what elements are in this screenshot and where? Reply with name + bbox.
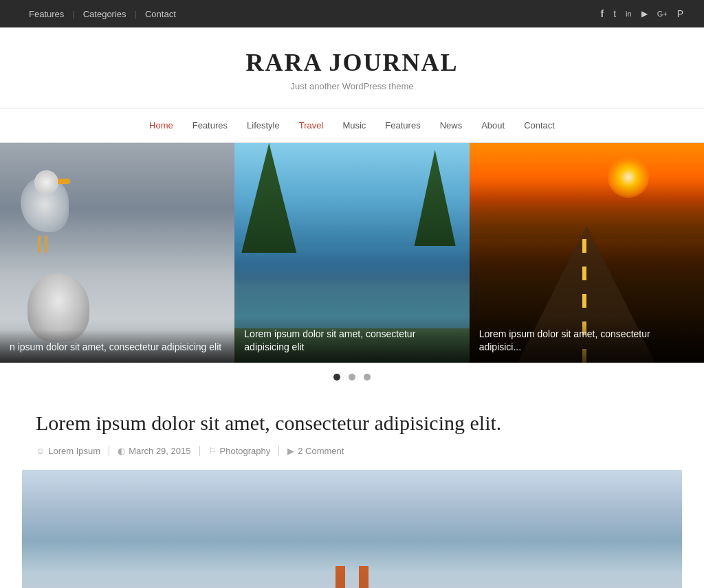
author-icon: ☺: [36, 446, 45, 456]
nav-lifestyle[interactable]: Lifestyle: [237, 109, 289, 143]
nav-home[interactable]: Home: [140, 109, 183, 143]
post-section: Lorem ipsum dolor sit amet, consectetur …: [22, 389, 682, 470]
site-title: RARA JOURNAL: [14, 48, 690, 77]
featured-image: [22, 470, 682, 588]
googleplus-link[interactable]: G+: [657, 10, 668, 18]
main-nav: Home Features Lifestyle Travel Music Fea…: [0, 109, 704, 143]
post-date-item: ◐ March 29, 2015: [109, 446, 199, 456]
slide-2-text: Lorem ipsum dolor sit amet, consectetur …: [244, 328, 459, 354]
dot-3[interactable]: [364, 374, 371, 381]
dot-1[interactable]: [333, 374, 340, 381]
post-author-item: ☺ Lorem Ipsum: [36, 446, 109, 456]
nav-about[interactable]: About: [472, 109, 514, 143]
topnav-contact[interactable]: Contact: [137, 9, 184, 19]
nav-music[interactable]: Music: [333, 109, 375, 143]
nav-features[interactable]: Features: [183, 109, 237, 143]
nav-news[interactable]: News: [430, 109, 472, 143]
post-meta: ☺ Lorem Ipsum ◐ March 29, 2015 ⚐ Photogr…: [36, 446, 668, 456]
nav-features2[interactable]: Features: [375, 109, 430, 143]
facebook-link[interactable]: f: [601, 8, 604, 19]
post-comments-item: ▶ 2 Comment: [279, 446, 352, 456]
tag-icon: ⚐: [208, 446, 217, 456]
site-header: RARA JOURNAL Just another WordPress them…: [0, 27, 704, 109]
rss-link[interactable]: ▶: [641, 9, 648, 19]
top-bar: Features | Categories | Contact f t in ▶…: [0, 0, 704, 27]
slide-1-overlay: n ipsum dolor sit amet, consectetur adip…: [0, 330, 234, 363]
clock-icon: ◐: [118, 446, 125, 456]
slider-dots: [0, 363, 704, 389]
post-comments: 2 Comment: [298, 446, 344, 456]
slide-1-text: n ipsum dolor sit amet, consectetur adip…: [10, 341, 225, 354]
slide-2: Lorem ipsum dolor sit amet, consectetur …: [234, 143, 469, 363]
slide-3: Lorem ipsum dolor sit amet, consectetur …: [470, 143, 704, 363]
featured-image-section: [22, 470, 682, 588]
slide-3-text: Lorem ipsum dolor sit amet, consectetur …: [479, 328, 694, 354]
post-author-link[interactable]: Lorem Ipsum: [48, 446, 100, 456]
slider-track: n ipsum dolor sit amet, consectetur adip…: [0, 143, 704, 363]
linkedin-link[interactable]: in: [626, 10, 632, 18]
post-title: Lorem ipsum dolor sit amet, consectetur …: [36, 409, 668, 436]
slide-3-overlay: Lorem ipsum dolor sit amet, consectetur …: [470, 317, 704, 363]
topnav-features[interactable]: Features: [21, 9, 72, 19]
twitter-link[interactable]: t: [613, 8, 616, 19]
post-date: March 29, 2015: [129, 446, 190, 456]
slide-2-overlay: Lorem ipsum dolor sit amet, consectetur …: [234, 317, 469, 363]
dot-2[interactable]: [349, 374, 355, 381]
topnav-categories[interactable]: Categories: [75, 9, 135, 19]
social-links: f t in ▶ G+ P: [601, 8, 683, 19]
post-category-link[interactable]: Photography: [220, 446, 271, 456]
pinterest-link[interactable]: P: [677, 8, 683, 19]
top-bar-nav: Features | Categories | Contact: [21, 9, 184, 19]
post-category-item: ⚐ Photography: [200, 446, 280, 456]
nav-contact[interactable]: Contact: [514, 109, 564, 143]
slide-1: n ipsum dolor sit amet, consectetur adip…: [0, 143, 234, 363]
site-tagline: Just another WordPress theme: [14, 81, 690, 91]
comment-icon: ▶: [287, 446, 294, 456]
nav-travel[interactable]: Travel: [289, 109, 333, 143]
slider: n ipsum dolor sit amet, consectetur adip…: [0, 143, 704, 363]
